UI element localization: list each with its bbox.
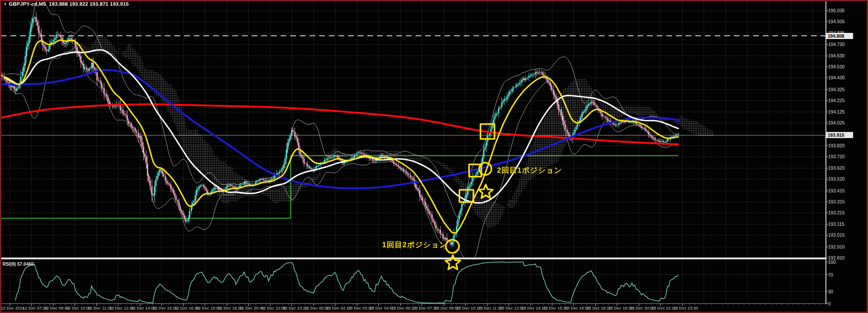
chart-canvas[interactable] [0,0,868,313]
level-price-label: 194.808 [826,33,853,39]
time-axis-label: 13 Dec 14:10 [522,306,547,310]
price-axis-label: 192.910 [828,244,845,249]
price-axis-label: 195.035 [828,8,845,13]
time-axis-label: 13 Dec 20:50 [630,306,655,310]
price-axis-label: 193.215 [828,210,845,215]
time-axis-label: 13 Dec 19:30 [608,306,633,310]
bid-price-label: 193.915 [826,132,853,138]
time-axis-label: 13 Dec 00:50 [305,306,330,310]
price-axis-label: 193.115 [828,221,844,227]
time-axis-label: 12 Dec 10:05 [66,306,91,310]
rsi-scale-label: 0 [828,301,831,306]
time-axis-label: 12 Dec 23:25 [283,306,308,310]
price-axis-label: 194.225 [828,98,845,103]
price-axis-label: 194.325 [828,87,845,92]
time-axis-label: 12 Dec 12:45 [109,306,134,310]
time-axis-label: 12 Dec 07:25 [22,306,47,310]
time-axis-label: 12 Dec 18:05 [196,306,221,310]
rsi-scale-label: 30 [828,289,833,294]
time-axis-label: 13 Dec 04:50 [370,306,395,310]
price-axis-label: 194.125 [828,109,845,114]
time-axis-label: 13 Dec 18:10 [587,306,612,310]
time-axis-label: 13 Dec 22:10 [651,306,676,310]
price-axis-label: 194.430 [828,75,845,80]
time-axis-label: 12 Dec 22:05 [261,306,286,310]
time-axis-label: 13 Dec 15:30 [543,306,568,310]
time-axis-label: 13 Dec 08:50 [435,306,460,310]
rsi-scale-label: 70 [828,272,833,277]
time-axis-label: 12 Dec 15:25 [153,306,178,310]
time-axis-label: 13 Dec 16:50 [565,306,590,310]
rsi-scale-label: 100 [828,260,836,265]
time-axis-label: 13 Dec 10:10 [456,306,481,310]
time-axis-label: 13 Dec 06:10 [391,306,416,310]
time-axis-label: 12 Dec 14:05 [131,306,156,310]
price-axis-label: 193.820 [828,143,845,148]
time-axis-label: 13 Dec 23:30 [673,306,698,310]
time-axis-label: 13 Dec 03:30 [348,306,373,310]
time-axis-label: 12 Dec 11:25 [88,306,112,310]
time-axis-label: 13 Dec 02:10 [326,306,351,310]
price-axis-label: 194.935 [828,19,845,24]
price-axis-label: 193.415 [828,188,845,193]
chart-window: ▼GBPJPY-cd,M5 193.888 193.922 193.871 19… [0,0,868,313]
time-axis-label: 13 Dec 11:30 [478,306,503,310]
price-axis-label: 193.315 [828,199,845,204]
time-axis-label: 12 Dec 16:45 [174,306,199,310]
time-axis-label: 12 Dec 20:45 [239,306,264,310]
time-axis-label: 12 Dec 19:25 [218,306,243,310]
price-axis-label: 193.620 [828,165,845,171]
price-axis-label: 193.720 [828,154,845,159]
price-axis-label: 193.520 [828,176,845,181]
time-axis-label: 12 Dec 08:45 [44,306,69,310]
time-axis-label: 12 Dec 2024 [1,306,25,310]
time-axis-label: 13 Dec 07:30 [413,306,438,310]
price-axis-label: 194.025 [828,120,845,125]
price-axis-label: 193.015 [828,232,845,238]
time-axis-label: 13 Dec 12:50 [500,306,525,310]
price-axis-label: 194.530 [828,64,845,69]
price-axis-label: 194.630 [828,53,845,58]
price-axis-label: 194.730 [828,42,845,47]
